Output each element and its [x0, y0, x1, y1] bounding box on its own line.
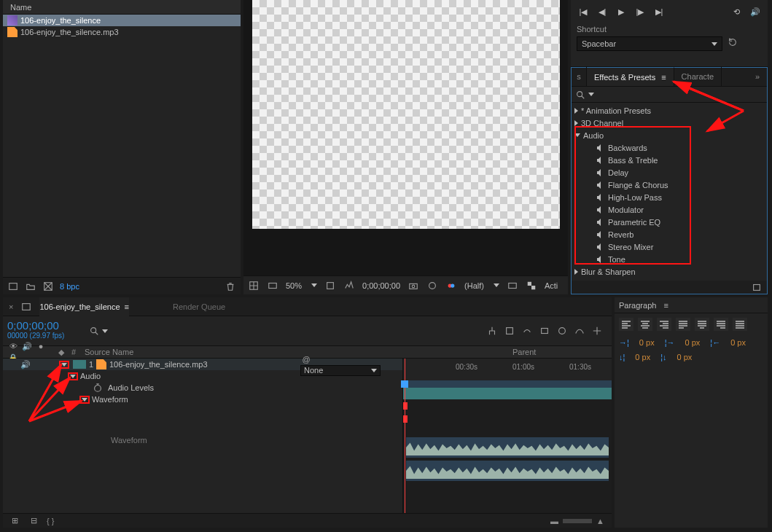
audio-in-marker[interactable] — [403, 402, 408, 410]
effects-category[interactable]: Blur & Sharpen — [572, 265, 767, 278]
effect-item[interactable]: Bass & Treble — [572, 154, 767, 166]
cti-head[interactable] — [401, 380, 408, 388]
brainstorm-button[interactable] — [591, 325, 603, 337]
zoom-in-icon[interactable]: ▲ — [596, 517, 604, 525]
work-area-bar[interactable] — [403, 380, 612, 388]
layer-row[interactable]: 🔊 1 106-enjoy_the_silence.mp3 @ None — [3, 359, 402, 370]
zoom-value[interactable]: 50% — [286, 281, 302, 290]
effects-category[interactable]: * Animation Presets — [572, 104, 767, 117]
tab-truncated-left[interactable]: s — [572, 67, 587, 86]
indent-first-icon[interactable]: ¦→ — [665, 338, 675, 347]
effects-category-audio[interactable]: Audio — [572, 129, 767, 141]
pickwhip-icon[interactable]: @ — [300, 353, 312, 365]
indent-left-icon[interactable]: →¦ — [619, 338, 629, 347]
mute-button[interactable]: 🔊 — [749, 5, 762, 18]
effect-item[interactable]: Delay — [572, 166, 767, 179]
effect-item[interactable]: Stereo Mixer — [572, 240, 767, 253]
audio-level-marker[interactable] — [403, 415, 408, 423]
play-button[interactable]: ▶ — [615, 5, 628, 18]
prop-twirl-icon[interactable] — [70, 375, 76, 378]
reset-icon[interactable] — [727, 36, 738, 48]
layer-twirl-icon[interactable] — [61, 363, 67, 367]
new-comp-icon[interactable] — [42, 281, 54, 292]
panel-menu-icon[interactable]: ≡ — [661, 73, 666, 82]
justify-last-right-button[interactable] — [714, 318, 728, 331]
motion-blur-button[interactable] — [556, 325, 568, 337]
panel-menu-icon[interactable]: ≡ — [663, 301, 668, 310]
indent-first-value[interactable]: 0 px — [685, 338, 701, 347]
comp-flowchart-button[interactable] — [486, 325, 498, 337]
parent-col[interactable]: Parent — [510, 348, 612, 356]
first-frame-button[interactable]: |◀ — [577, 5, 590, 18]
tab-character[interactable]: Characte — [674, 67, 722, 86]
shy-button[interactable] — [521, 325, 533, 337]
prop-twirl-icon[interactable] — [82, 398, 87, 402]
layer-name[interactable]: 106-enjoy_the_silence.mp3 — [96, 359, 300, 369]
overflow-button[interactable]: » — [748, 67, 767, 86]
indent-right-icon[interactable]: ¦← — [710, 338, 720, 347]
resolution-value[interactable]: (Half) — [464, 281, 484, 290]
time-ruler[interactable]: 00:30s 01:00s 01:30s — [403, 359, 612, 388]
timeline-track-area[interactable]: 00:30s 01:00s 01:30s — [402, 359, 612, 513]
project-list[interactable]: 106-enjoy_the_silence 106-enjoy_the_sile… — [3, 15, 241, 277]
region-of-interest-icon[interactable] — [507, 280, 518, 292]
zoom-slider[interactable] — [563, 519, 592, 523]
trash-icon[interactable] — [225, 281, 236, 292]
space-after-icon[interactable]: ¦↓ — [660, 353, 666, 361]
effect-item[interactable]: Parametric EQ — [572, 216, 767, 228]
audio-col-icon[interactable]: 🔊 — [21, 340, 33, 352]
layer-color[interactable] — [73, 360, 86, 369]
toggle-mask-icon[interactable] — [267, 280, 278, 292]
solo-col-icon[interactable]: ● — [35, 340, 47, 352]
zoom-caret-icon[interactable] — [311, 283, 317, 287]
composition-viewer[interactable] — [243, 0, 568, 275]
stopwatch-icon[interactable] — [92, 382, 104, 394]
zoom-out-icon[interactable]: ▬ — [550, 517, 558, 525]
space-before-value[interactable]: 0 px — [635, 353, 650, 361]
panel-menu-icon[interactable]: ≡ — [125, 302, 129, 311]
label-col-icon[interactable]: ◆ — [55, 348, 69, 357]
res-caret-icon[interactable] — [494, 283, 499, 287]
effect-item[interactable]: Tone — [572, 253, 767, 265]
justify-last-center-button[interactable] — [695, 318, 709, 331]
align-right-button[interactable] — [657, 318, 671, 331]
align-center-button[interactable] — [638, 318, 652, 331]
new-bin-icon[interactable] — [751, 281, 763, 293]
column-name[interactable]: Name — [3, 3, 31, 12]
toggle-modes-button[interactable]: ⊟ — [28, 515, 39, 527]
effect-item[interactable]: Reverb — [572, 228, 767, 240]
indent-left-value[interactable]: 0 px — [639, 338, 655, 347]
indent-right-value[interactable]: 0 px — [730, 338, 746, 347]
brackets-icon[interactable]: { } — [47, 517, 54, 525]
camera-value[interactable]: Acti — [545, 281, 558, 290]
resolution-icon[interactable] — [324, 280, 336, 292]
project-item-comp[interactable]: 106-enjoy_the_silence — [3, 15, 241, 26]
source-name-col[interactable]: Source Name — [82, 348, 510, 356]
layer-bar[interactable] — [403, 388, 612, 399]
align-left-button[interactable] — [619, 318, 633, 331]
transparency-icon[interactable] — [526, 280, 537, 292]
effect-item[interactable]: Modulator — [572, 203, 767, 216]
graph-editor-button[interactable] — [574, 325, 585, 337]
space-after-value[interactable]: 0 px — [677, 353, 693, 361]
grid-icon[interactable] — [248, 280, 260, 292]
justify-last-left-button[interactable] — [676, 318, 690, 331]
snapshot-icon[interactable] — [408, 280, 419, 292]
project-bpc[interactable]: 8 bpc — [60, 282, 79, 291]
effect-item[interactable]: Flange & Chorus — [572, 179, 767, 191]
timeline-search[interactable] — [83, 316, 112, 345]
effects-list[interactable]: * Animation Presets 3D Channel Audio Bac… — [572, 103, 767, 281]
frame-blend-button[interactable] — [539, 325, 550, 337]
video-col-icon[interactable]: 👁 — [7, 340, 19, 352]
prev-frame-button[interactable]: ◀| — [596, 5, 609, 18]
prop-audio-levels[interactable]: Audio Levels — [3, 382, 402, 394]
timeline-tab[interactable]: 106-enjoy_the_silence≡ — [39, 297, 129, 316]
shortcut-dropdown[interactable]: Spacebar — [577, 36, 722, 51]
audio-switch-icon[interactable]: 🔊 — [20, 360, 31, 369]
last-frame-button[interactable]: ▶| — [652, 5, 666, 18]
loop-button[interactable]: ⟲ — [730, 5, 743, 18]
render-queue-tab[interactable]: Render Queue — [173, 302, 225, 311]
number-col[interactable]: # — [69, 348, 82, 356]
next-frame-button[interactable]: |▶ — [633, 5, 647, 18]
effects-search[interactable] — [572, 87, 767, 103]
